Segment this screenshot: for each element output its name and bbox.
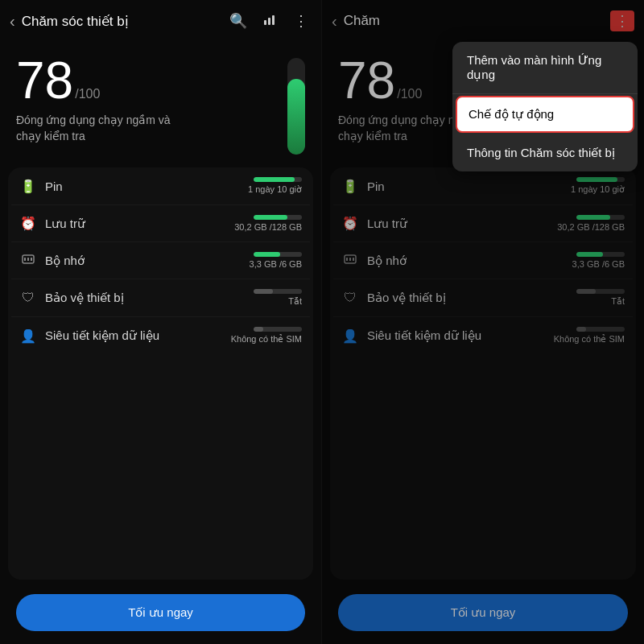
left-label-memory: Bộ nhớ [45,254,242,268]
left-bar-datasaver [254,327,302,332]
memory-icon-left [19,253,37,269]
svg-rect-5 [27,258,29,261]
left-label-storage: Lưu trữ [45,217,226,231]
dropdown-item-auto-mode[interactable]: Chế độ tự động [456,96,634,133]
storage-icon-left: ⏰ [19,216,37,231]
left-bar-pin [254,177,302,182]
more-icon-left[interactable]: ⋮ [291,10,312,31]
svg-rect-4 [24,258,26,261]
left-item-security[interactable]: 🛡 Bảo vệ thiết bị Tắt [11,279,310,317]
left-item-datasaver[interactable]: 👤 Siêu tiết kiệm dữ liệu Không có thẻ SI… [11,317,310,354]
left-score-number: 78 [16,52,73,109]
left-value-pin: 1 ngày 10 giờ [248,184,302,195]
left-score-denom: /100 [75,87,100,101]
back-button-left[interactable]: ‹ [10,12,15,31]
left-score-left: 78/100 Đóng ứng dụng chạy ngầm và chạy k… [16,55,281,144]
left-bar-memory [254,252,302,257]
left-topbar: ‹ Chăm sóc thiết bị 🔍 ⋮ [0,0,321,42]
left-right-memory: 3,3 GB /6 GB [250,252,302,269]
left-value-datasaver: Không có thẻ SIM [231,334,302,345]
left-score-section: 78/100 Đóng ứng dụng chạy ngầm và chạy k… [0,42,321,161]
svg-rect-1 [268,18,270,25]
left-item-pin[interactable]: 🔋 Pin 1 ngày 10 giờ [11,167,310,205]
left-bar-storage [254,215,302,220]
left-title: Chăm sóc thiết bị [22,13,220,30]
svg-rect-0 [264,20,266,25]
left-right-datasaver: Không có thẻ SIM [231,327,302,345]
signal-icon-left [260,10,281,32]
datasaver-icon-left: 👤 [19,328,37,344]
left-items-container: 🔋 Pin 1 ngày 10 giờ ⏰ Lưu trữ 30,2 GB /1… [8,167,313,580]
left-item-storage[interactable]: ⏰ Lưu trữ 30,2 GB /128 GB [11,205,310,242]
dropdown-item-add-to-home[interactable]: Thêm vào màn hình Ứng dụng [452,42,638,94]
left-label-pin: Pin [45,180,240,193]
left-optimize-button[interactable]: Tối ưu ngay [16,594,305,631]
right-panel: ‹ Chăm ⋮ 78/100 Đóng ứng dụng chạy ngầm … [322,0,644,644]
svg-rect-6 [31,258,32,261]
left-panel: ‹ Chăm sóc thiết bị 🔍 ⋮ 78/100 Đóng ứng … [0,0,322,644]
left-label-datasaver: Siêu tiết kiệm dữ liệu [45,328,223,343]
battery-icon-left: 🔋 [19,179,37,194]
left-item-memory[interactable]: Bộ nhớ 3,3 GB /6 GB [11,242,310,279]
left-score-desc: Đóng ứng dụng chạy ngầm và chạy kiểm tra [16,113,193,144]
left-label-security: Bảo vệ thiết bị [45,291,246,305]
left-value-memory: 3,3 GB /6 GB [250,259,302,269]
left-bar-security [254,289,302,294]
left-value-security: Tắt [288,296,302,307]
shield-icon-left: 🛡 [19,291,37,305]
left-right-security: Tắt [254,289,302,307]
left-right-pin: 1 ngày 10 giờ [248,177,302,195]
left-score-bar-fill [287,79,305,155]
left-topbar-icons: 🔍 ⋮ [226,10,312,32]
dropdown-menu: Thêm vào màn hình Ứng dụng Chế độ tự độn… [452,42,638,171]
left-score-bar [287,58,305,155]
left-value-storage: 30,2 GB /128 GB [234,222,302,232]
svg-rect-2 [272,15,275,25]
dropdown-item-info[interactable]: Thông tin Chăm sóc thiết bị [452,134,638,171]
search-icon-left[interactable]: 🔍 [226,10,250,31]
left-right-storage: 30,2 GB /128 GB [234,215,302,232]
